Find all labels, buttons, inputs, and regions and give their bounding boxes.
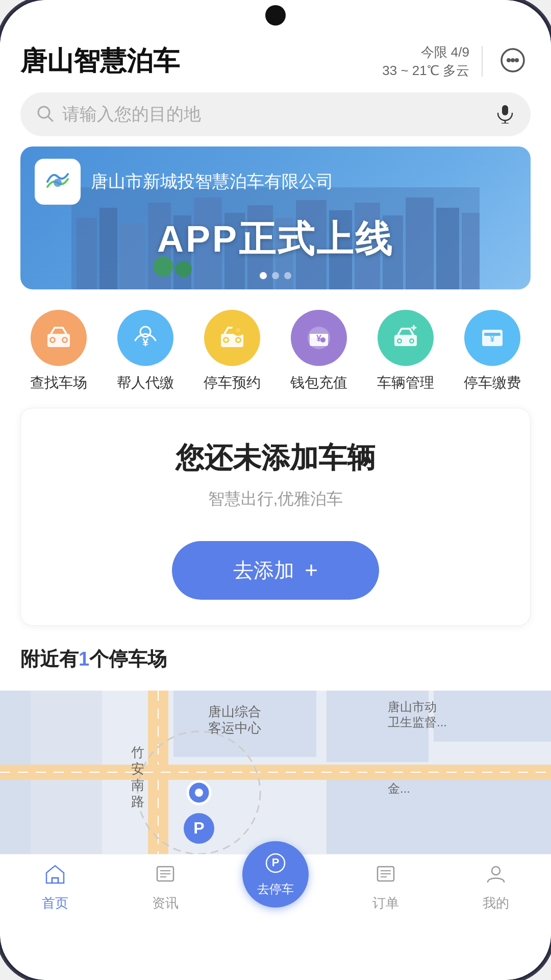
nearby-title: 附近有1个停车场: [20, 646, 531, 672]
vehicle-card: 您还未添加车辆 智慧出行,优雅泊车 去添加 +: [20, 408, 531, 626]
action-pay-parking[interactable]: ¥ 停车缴费: [464, 310, 521, 393]
svg-rect-62: [327, 772, 551, 854]
voice-icon[interactable]: [495, 103, 515, 126]
orders-icon: [374, 863, 397, 890]
svg-point-29: [54, 179, 62, 187]
go-park-label: 去停车: [257, 881, 294, 897]
svg-point-1: [507, 58, 511, 62]
pay-others-icon: ¥: [117, 310, 173, 366]
nav-center[interactable]: P 去停车: [220, 867, 331, 908]
svg-text:¥: ¥: [142, 336, 149, 349]
vehicle-manage-icon: [378, 310, 434, 366]
svg-text:¥: ¥: [490, 335, 495, 344]
banner-main-text: APP正式上线: [20, 215, 531, 264]
header-right: 今限 4/9 33 ~ 21℃ 多云: [382, 43, 531, 80]
svg-point-79: [195, 789, 203, 797]
map-area[interactable]: 唐山综合 客运中心 竹 安 南 路 唐山市动 卫生监督... 金...: [0, 691, 551, 854]
pay-others-label: 帮人代缴: [117, 373, 174, 393]
svg-text:路: 路: [131, 794, 144, 809]
banner-company: 唐山市新城投智慧泊车有限公司: [91, 170, 334, 193]
svg-point-3: [515, 58, 519, 62]
header: 唐山智慧泊车 今限 4/9 33 ~ 21℃ 多云: [0, 31, 551, 88]
nav-news-label: 资讯: [152, 894, 179, 912]
nav-orders-label: 订单: [372, 894, 399, 912]
banner-top: 唐山市新城投智慧泊车有限公司: [20, 146, 531, 217]
weather-date: 今限 4/9: [382, 43, 469, 61]
profile-icon: [485, 863, 507, 890]
banner: 唐山市新城投智慧泊车有限公司 APP正式上线: [20, 146, 531, 289]
park-icon: P: [264, 852, 287, 879]
status-bar: [0, 0, 551, 31]
svg-text:P: P: [193, 819, 204, 837]
banner-logo: [35, 159, 81, 205]
svg-point-2: [511, 58, 515, 62]
find-parking-icon: [31, 310, 87, 366]
svg-point-40: [224, 338, 228, 341]
svg-point-35: [140, 327, 151, 337]
svg-text:唐山市动: 唐山市动: [388, 700, 437, 714]
vehicle-empty-title: 您还未添加车辆: [176, 439, 375, 478]
svg-text:¥: ¥: [316, 333, 321, 344]
add-vehicle-button[interactable]: 去添加 +: [172, 541, 379, 600]
go-park-button[interactable]: P 去停车: [242, 841, 309, 908]
action-wallet[interactable]: ¥ 钱包充值: [290, 310, 347, 393]
pay-parking-label: 停车缴费: [464, 373, 521, 393]
svg-text:卫生监督...: 卫生监督...: [388, 715, 447, 729]
bottom-nav: 首页 资讯: [0, 854, 551, 927]
svg-text:客运中心: 客运中心: [208, 720, 261, 736]
banner-dot-1[interactable]: [260, 272, 267, 279]
nearby-prefix: 附近有: [20, 648, 79, 670]
search-bar[interactable]: 请输入您的目的地: [20, 92, 531, 136]
svg-point-53: [411, 339, 413, 342]
app-content: 唐山智慧泊车 今限 4/9 33 ~ 21℃ 多云: [0, 31, 551, 980]
nearby-count: 1: [79, 648, 89, 670]
search-placeholder-text: 请输入您的目的地: [62, 103, 487, 126]
search-icon: [36, 104, 54, 125]
nav-orders[interactable]: 订单: [331, 863, 441, 912]
pay-parking-icon: ¥: [464, 310, 520, 366]
wallet-label: 钱包充值: [290, 373, 347, 393]
vehicle-manage-label: 车辆管理: [377, 373, 434, 393]
banner-dot-2[interactable]: [272, 272, 279, 279]
camera-hole: [265, 5, 286, 26]
weather-info: 今限 4/9 33 ~ 21℃ 多云: [382, 43, 469, 80]
chat-icon[interactable]: [495, 43, 531, 79]
action-reservation[interactable]: ○ 停车预约: [204, 310, 261, 393]
nav-home[interactable]: 首页: [0, 863, 110, 912]
nav-news[interactable]: 资讯: [110, 863, 220, 912]
svg-point-52: [398, 339, 401, 342]
nav-profile-label: 我的: [483, 894, 509, 912]
home-icon: [44, 863, 66, 890]
app-title: 唐山智慧泊车: [20, 43, 180, 79]
nearby-section: 附近有1个停车场: [0, 641, 551, 691]
svg-rect-61: [434, 691, 551, 742]
svg-text:P: P: [272, 856, 280, 869]
banner-dots: [20, 272, 531, 279]
action-pay-for-others[interactable]: ¥ 帮人代缴: [117, 310, 174, 393]
svg-text:唐山综合: 唐山综合: [208, 704, 261, 719]
svg-line-5: [48, 116, 53, 121]
svg-text:安: 安: [131, 761, 144, 776]
reservation-label: 停车预约: [204, 373, 261, 393]
svg-text:南: 南: [131, 777, 144, 793]
news-icon: [154, 863, 177, 890]
svg-text:○: ○: [236, 326, 240, 334]
nav-profile[interactable]: 我的: [441, 863, 551, 912]
map-svg: 唐山综合 客运中心 竹 安 南 路 唐山市动 卫生监督... 金...: [0, 691, 551, 854]
phone-frame: 唐山智慧泊车 今限 4/9 33 ~ 21℃ 多云: [0, 0, 551, 980]
svg-rect-6: [502, 105, 508, 115]
vehicle-empty-subtitle: 智慧出行,优雅泊车: [208, 488, 343, 510]
svg-point-41: [237, 338, 240, 341]
wallet-icon: ¥: [291, 310, 347, 366]
reservation-icon: ○: [204, 310, 260, 366]
weather-temp: 33 ~ 21℃ 多云: [382, 61, 469, 80]
header-divider: [482, 46, 483, 77]
add-vehicle-btn-text: 去添加: [233, 556, 294, 584]
action-find-parking[interactable]: 查找车场: [30, 310, 87, 393]
svg-rect-82: [52, 878, 58, 883]
svg-point-93: [492, 867, 500, 875]
quick-actions: 查找车场 ¥ 帮人代缴: [0, 305, 551, 403]
banner-dot-3[interactable]: [284, 272, 291, 279]
action-vehicle-manage[interactable]: 车辆管理: [377, 310, 434, 393]
phone-screen: 唐山智慧泊车 今限 4/9 33 ~ 21℃ 多云: [0, 0, 551, 980]
